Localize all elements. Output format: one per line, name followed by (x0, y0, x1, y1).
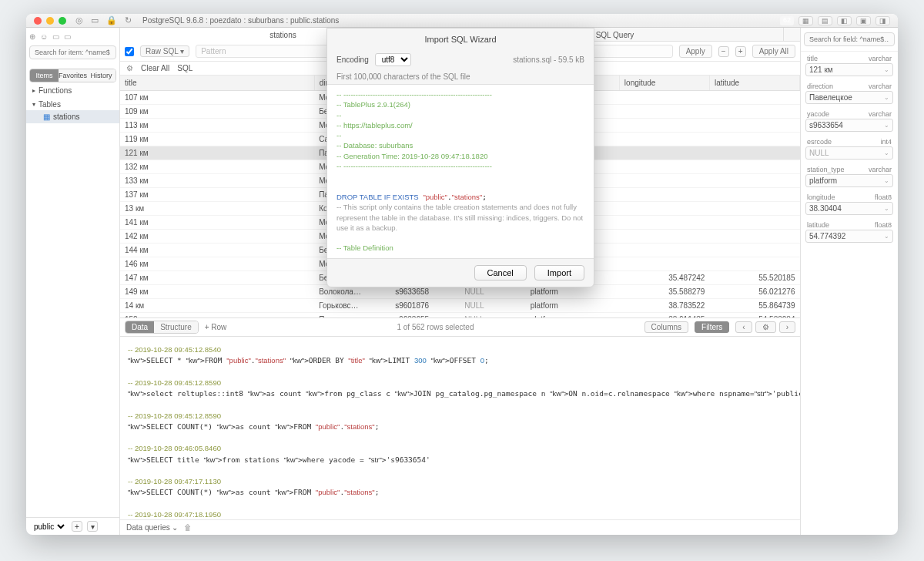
inspector-field-label: yacodevarchar (801, 107, 898, 118)
sidebar-tab-history[interactable]: History (87, 69, 116, 82)
inspector-field-value[interactable]: platform⌄ (805, 174, 893, 187)
apply-button[interactable]: Apply (679, 45, 712, 58)
toolbar-right-icons: 62 ▦ ▤ ◧ ▣ ◨ (780, 16, 890, 25)
inspector-field-label: longitudefloat8 (801, 190, 898, 201)
import-button[interactable]: Import (534, 265, 584, 280)
encoding-label: Encoding (336, 55, 369, 64)
user-icon[interactable]: ☺ (40, 32, 48, 41)
minimize-icon[interactable] (46, 17, 54, 25)
sidebar-group-tables[interactable]: ▾Tables (26, 96, 119, 110)
modal-title: Import SQL Wizard (327, 29, 594, 50)
prev-page-button[interactable]: ‹ (735, 321, 752, 333)
column-header[interactable]: longitude (619, 76, 709, 91)
close-icon[interactable] (34, 17, 42, 25)
more-schema-button[interactable]: ▾ (87, 521, 98, 532)
add-row-button[interactable]: + Row (205, 323, 227, 331)
file-info: stations.sql - 59.5 kB (513, 55, 584, 64)
terminal-icon[interactable]: ▭ (91, 15, 99, 25)
columns-button[interactable]: Columns (644, 321, 688, 333)
sidebar-tab-items[interactable]: Items (30, 69, 59, 82)
sidebar-search-input[interactable] (29, 45, 116, 59)
table-row[interactable]: 152 кмПавелецк…s9633655NULLplatform38.61… (120, 313, 800, 318)
inspector-field-label: titlevarchar (801, 52, 898, 62)
history-icon[interactable]: ▭ (64, 32, 71, 41)
refresh-icon[interactable]: ↻ (125, 15, 132, 25)
seg-structure[interactable]: Structure (154, 321, 198, 333)
toolbar-left-icons: ◎ ▭ 🔒 ↻ (75, 15, 132, 25)
inspector-search-input[interactable] (804, 32, 895, 46)
apply-all-button[interactable]: Apply All (752, 45, 795, 58)
sidebar-tabs[interactable]: Items Favorites History (29, 69, 116, 82)
eye-icon[interactable]: ◎ (75, 15, 83, 25)
sidebar-group-functions[interactable]: ▸Functions (26, 82, 119, 96)
raw-sql-toggle[interactable]: Raw SQL ▾ (140, 45, 189, 57)
titlebar: ◎ ▭ 🔒 ↻ PostgreSQL 9.6.8 : poezdato : su… (26, 14, 898, 28)
notification-badge[interactable]: 62 (780, 16, 794, 25)
grid-footer: Data Structure + Row 1 of 562 rows selec… (120, 317, 800, 336)
table-icon: ▦ (43, 113, 50, 121)
modal-hint: First 100,000 characters of the SQL file (327, 69, 594, 84)
inspector-panel: titlevarchar121 км⌄directionvarcharПавел… (801, 28, 898, 535)
add-schema-button[interactable]: + (72, 521, 82, 532)
clear-all-button[interactable]: Clear All (141, 64, 169, 72)
query-console: -- 2019-10-28 09:45:12.8540 "kw">SELECT … (120, 336, 800, 519)
column-header[interactable]: title (120, 76, 314, 91)
inspector-field-value[interactable]: s9633654⌄ (805, 119, 893, 132)
encoding-select[interactable]: utf8 (375, 53, 411, 66)
gear-icon[interactable]: ⚙ (126, 64, 133, 72)
inspector-field-label: latitudefloat8 (801, 218, 898, 229)
schema-select[interactable]: public (31, 522, 67, 532)
inspector-field-value[interactable]: 38.30404⌄ (805, 202, 893, 215)
settings-page-button[interactable]: ⚙ (755, 321, 776, 333)
trash-icon[interactable]: 🗑 (184, 523, 192, 532)
console-mode-select[interactable]: Data queries ⌄ (126, 523, 178, 532)
sql-button[interactable]: SQL (177, 64, 192, 72)
add-filter-button[interactable]: + (735, 46, 746, 57)
pane2-icon[interactable]: ▣ (856, 16, 871, 25)
import-sql-wizard: Import SQL Wizard Encoding utf8 stations… (326, 28, 594, 287)
sidebar-item-stations[interactable]: ▦stations (26, 110, 119, 123)
data-structure-seg[interactable]: Data Structure (125, 321, 199, 334)
cancel-button[interactable]: Cancel (474, 265, 527, 280)
filters-button[interactable]: Filters (695, 321, 729, 333)
pane1-icon[interactable]: ◧ (837, 16, 852, 25)
inspector-field-label: directionvarchar (801, 79, 898, 90)
filter-checkbox[interactable] (125, 47, 134, 56)
pane3-icon[interactable]: ◨ (875, 16, 890, 25)
inspector-field-value[interactable]: NULL⌄ (805, 146, 893, 160)
inspector-field-label: station_typevarchar (801, 163, 898, 173)
inspector-field-value[interactable]: Павелецкое⌄ (805, 91, 893, 104)
sidebar: ⊕ ☺ ▭ ▭ Items Favorites History ▸Functio… (26, 28, 120, 535)
inspector-field-value[interactable]: 54.774392⌄ (805, 230, 893, 243)
grid2-icon[interactable]: ▤ (818, 16, 832, 25)
seg-data[interactable]: Data (126, 321, 154, 333)
window-title: PostgreSQL 9.6.8 : poezdato : suburbans … (142, 16, 780, 25)
sidebar-tab-favorites[interactable]: Favorites (59, 69, 87, 82)
grid-icon[interactable]: ▦ (798, 16, 813, 25)
window-controls (34, 17, 66, 25)
selection-status: 1 of 562 rows selected (233, 323, 638, 331)
console-footer: Data queries ⌄ 🗑 (120, 519, 800, 535)
sidebar-footer: public + ▾ (26, 517, 119, 535)
db-icon[interactable]: ⊕ (29, 32, 35, 41)
lock-icon[interactable]: 🔒 (106, 15, 117, 25)
remove-filter-button[interactable]: − (718, 46, 729, 57)
zoom-icon[interactable] (59, 17, 66, 25)
sql-icon[interactable]: ▭ (52, 32, 59, 41)
inspector-field-value[interactable]: 121 км⌄ (805, 63, 893, 76)
table-row[interactable]: 14 кмГорьковс…s9601876NULLplatform38.783… (120, 299, 800, 313)
column-header[interactable]: latitude (709, 76, 799, 91)
next-page-button[interactable]: › (779, 321, 795, 333)
inspector-field-label: esrcodeint4 (801, 135, 898, 146)
sql-preview: -- -------------------------------------… (327, 84, 594, 259)
